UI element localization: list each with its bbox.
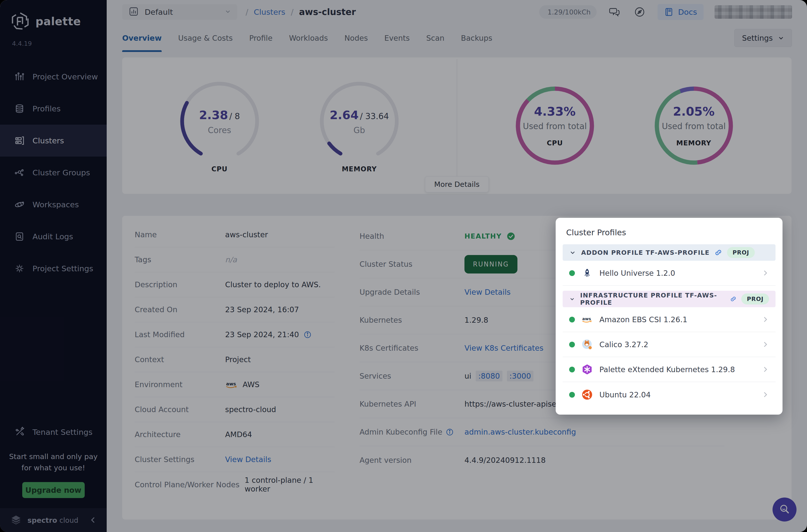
sidebar-item-label: Tenant Settings [33, 428, 92, 437]
pack-status-dot [569, 342, 575, 347]
cpu-donut-caption: Used from total [523, 121, 587, 131]
tenant-settings-icon [14, 426, 25, 438]
sidebar-item-label: Project Settings [33, 264, 93, 273]
tab-profile[interactable]: Profile [249, 24, 272, 52]
project-overview-icon [14, 71, 25, 82]
detail-row-cluster-settings: Cluster Settings View Details [135, 447, 335, 472]
chevron-right-icon [762, 366, 769, 373]
chevron-down-icon [569, 249, 576, 256]
clusters-icon [14, 135, 25, 146]
profile-pack-hello-universe[interactable]: Hello Universe 1.2.0 [563, 261, 775, 286]
tab-nodes[interactable]: Nodes [344, 24, 368, 52]
docs-button[interactable]: Docs [658, 4, 703, 20]
tab-overview[interactable]: Overview [122, 24, 162, 52]
project-selector[interactable]: Default [122, 4, 237, 20]
brand-name: palette [36, 15, 81, 28]
tab-events[interactable]: Events [384, 24, 410, 52]
settings-button[interactable]: Settings [734, 29, 792, 47]
detail-row-agent-version: Agent version 4.4.9/20240912.1118 [359, 446, 724, 474]
audit-logs-icon [14, 231, 25, 242]
service-name: ui [465, 372, 471, 380]
palette-logo-icon [11, 12, 30, 31]
sidebar-footer: spectro cloud [0, 509, 107, 532]
tab-usage-costs[interactable]: Usage & Costs [178, 24, 232, 52]
detail-row-created-on: Created On 23 Sep 2024, 16:07 [135, 297, 335, 322]
cluster-groups-icon [14, 167, 25, 178]
pack-status-dot [569, 317, 575, 322]
tab-backups[interactable]: Backups [461, 24, 492, 52]
detail-row-name: Name aws-cluster [135, 222, 335, 247]
sidebar-item-label: Audit Logs [33, 232, 73, 241]
link-icon [715, 249, 722, 256]
memory-donut-caption: Used from total [662, 121, 726, 131]
credits-usage-badge: 1.29/100kCh [539, 5, 597, 19]
tour-compass-button[interactable] [633, 5, 646, 19]
gauges-panel: 2.38 / 8 Cores CPU 2.64 [122, 57, 457, 194]
sidebar-item-project-settings[interactable]: Project Settings [0, 252, 107, 284]
sidebar-item-workspaces[interactable]: Workspaces [0, 189, 107, 221]
cpu-total-value: / 8 [229, 111, 240, 121]
search-fab-button[interactable] [772, 497, 796, 521]
kubeconfig-download-link[interactable]: admin.aws-cluster.kubeconfig [465, 428, 576, 436]
chat-icon [608, 5, 621, 18]
sidebar-item-audit-logs[interactable]: Audit Logs [0, 221, 107, 252]
sidebar-item-project-overview[interactable]: Project Overview [0, 61, 107, 93]
ubuntu-icon [581, 389, 593, 400]
cpu-used-percent: 4.33% [534, 104, 576, 118]
upgrade-view-details-link[interactable]: View Details [465, 288, 511, 297]
profile-pack-palette-extended-kubernetes[interactable]: Palette eXtended Kubernetes 1.29.8 [563, 357, 775, 382]
user-identity-redacted [715, 5, 792, 19]
topbar: Default / Clusters / aws-cluster 1.29/10… [107, 0, 807, 24]
chevron-right-icon [762, 316, 769, 323]
cluster-tabs: Overview Usage & Costs Profile Workloads… [107, 24, 807, 52]
memory-used-value: 2.64 [330, 108, 358, 122]
more-details-button[interactable]: More Details [425, 176, 489, 192]
breadcrumb-current: aws-cluster [299, 7, 356, 17]
memory-donut: 2.05% Used from total MEMORY [653, 84, 735, 167]
service-port-link[interactable]: :3000 [507, 370, 533, 381]
cpu-donut-title: CPU [547, 139, 563, 147]
addon-profile-section-header[interactable]: ADDON PROFILE TF-AWS-PROFILE PROJ [563, 244, 775, 261]
breadcrumb-separator: / [291, 7, 294, 17]
cluster-settings-view-details-link[interactable]: View Details [225, 455, 271, 464]
sidebar-item-tenant-settings[interactable]: Tenant Settings [0, 420, 107, 444]
project-settings-icon [14, 263, 25, 274]
spectro-cloud-logo-icon [10, 514, 22, 527]
sidebar-item-clusters[interactable]: Clusters [0, 125, 107, 157]
sidebar-item-label: Profiles [33, 104, 61, 113]
sidebar-item-profiles[interactable]: Profiles [0, 93, 107, 125]
sidebar-collapse-icon[interactable] [89, 516, 97, 525]
app-version: 4.4.19 [0, 31, 107, 47]
profile-pack-amazon-ebs-csi[interactable]: aws Amazon EBS CSI 1.26.1 [563, 307, 775, 332]
sidebar-item-label: Clusters [33, 136, 64, 145]
memory-gauge-title: MEMORY [317, 165, 402, 173]
infrastructure-profile-section-header[interactable]: INFRASTRUCTURE PROFILE TF-AWS-PROFILE PR… [563, 291, 775, 307]
pack-status-dot [569, 270, 575, 276]
calico-icon [581, 339, 593, 350]
tab-scan[interactable]: Scan [426, 24, 445, 52]
info-icon[interactable] [304, 331, 312, 339]
app-window: palette 4.4.19 Project Overview Profiles [0, 0, 807, 532]
chevron-down-icon [778, 35, 784, 41]
usage-overview-card: 2.38 / 8 Cores CPU 2.64 [122, 57, 791, 194]
feedback-chat-button[interactable] [607, 5, 622, 19]
profile-pack-ubuntu[interactable]: Ubuntu 22.04 [563, 382, 775, 407]
service-port-link[interactable]: :8080 [476, 370, 502, 381]
cpu-unit: Cores [177, 126, 262, 135]
breadcrumb-separator: / [246, 7, 248, 17]
profile-pack-calico[interactable]: Calico 3.27.2 [563, 332, 775, 357]
compass-icon [633, 5, 646, 18]
cpu-donut: 4.33% Used from total CPU [514, 84, 596, 167]
profiles-icon [14, 103, 25, 114]
info-icon[interactable] [446, 428, 454, 436]
tab-workloads[interactable]: Workloads [289, 24, 328, 52]
view-k8s-certificates-link[interactable]: View K8s Certificates [465, 344, 543, 353]
sidebar-item-cluster-groups[interactable]: Cluster Groups [0, 157, 107, 189]
detail-row-tags: Tags n/a [135, 247, 335, 272]
cpu-gauge: 2.38 / 8 Cores CPU [177, 79, 262, 173]
detail-row-cloud-account: Cloud Account spectro-cloud [135, 397, 335, 422]
check-circle-icon [506, 231, 516, 241]
upgrade-now-button[interactable]: Upgrade now [22, 482, 85, 498]
breadcrumb-clusters-link[interactable]: Clusters [254, 7, 285, 17]
chevron-right-icon [762, 391, 769, 398]
